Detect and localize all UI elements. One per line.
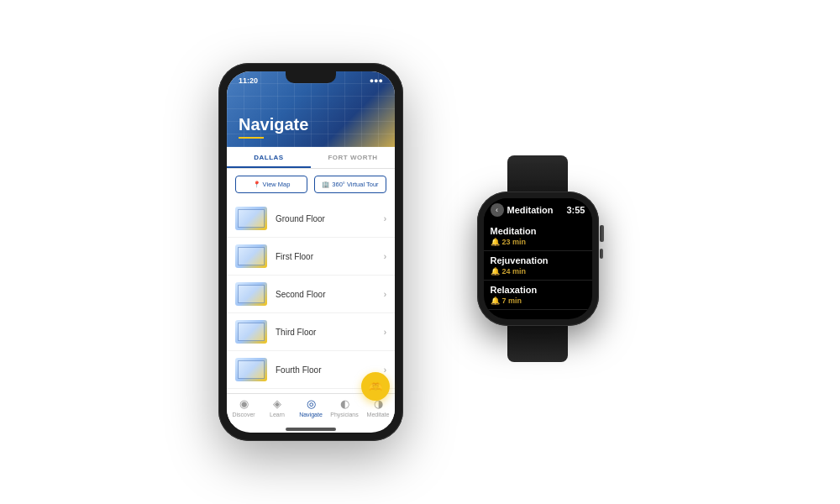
watch-item-sub-rejuvenation: 🔔 24 min <box>491 267 585 276</box>
watch-band-bottom <box>507 324 568 362</box>
chevron-icon-first: › <box>384 252 386 261</box>
rejuvenation-icon: 🔔 <box>491 267 500 276</box>
nav-physicians[interactable]: ◐ Physicians <box>328 397 361 417</box>
watch-title: Meditation <box>507 205 564 215</box>
virtual-tour-button[interactable]: 🏢 360° Virtual Tour <box>314 176 386 193</box>
phone-navigate-title-block: Navigate <box>239 115 308 139</box>
phone-header-image: 11:20 ●●● Navigate <box>227 71 395 147</box>
watch-item-title-relaxation: Relaxation <box>491 285 585 295</box>
nav-label-physicians: Physicians <box>330 412 358 417</box>
tab-fort-worth[interactable]: FORT WORTH <box>311 147 395 168</box>
phone-signal: ●●● <box>370 76 383 85</box>
map-icon: 📍 <box>253 181 260 188</box>
rejuvenation-duration: 24 min <box>502 267 527 276</box>
floor-list: Ground Floor › First Floor › Second Floo… <box>227 200 395 393</box>
discover-icon: ◉ <box>239 397 249 410</box>
nav-label-meditate: Meditate <box>367 412 390 417</box>
title-underline <box>239 137 264 139</box>
watch-back-button[interactable]: ‹ <box>491 203 504 217</box>
chevron-icon-ground: › <box>384 214 386 223</box>
back-icon: ‹ <box>496 206 498 214</box>
relaxation-icon: 🔔 <box>491 297 500 305</box>
floor-thumb-second <box>235 282 267 306</box>
view-map-button[interactable]: 📍 View Map <box>235 176 307 193</box>
nav-navigate[interactable]: ◎ Navigate <box>294 397 328 417</box>
floor-name-ground: Ground Floor <box>276 214 384 223</box>
chevron-icon-second: › <box>384 290 386 299</box>
watch-button <box>600 249 603 259</box>
meditation-icon: 🔔 <box>491 238 500 246</box>
watch: ‹ Meditation 3:55 Meditation 🔔 23 min <box>454 155 622 349</box>
page-title: Navigate <box>239 115 308 134</box>
watch-title-bar: ‹ Meditation 3:55 <box>484 198 592 220</box>
floor-thumb-ground <box>235 207 267 230</box>
phone-screen: 11:20 ●●● Navigate DALLAS FORT WORTH 📍 V… <box>227 71 395 433</box>
floor-item-third[interactable]: Third Floor › <box>227 313 395 351</box>
watch-list-item-meditation[interactable]: Meditation 🔔 23 min <box>484 222 592 251</box>
watch-time: 3:55 <box>566 205 585 215</box>
floor-thumb-first <box>235 244 267 268</box>
city-tab-bar: DALLAS FORT WORTH <box>227 147 395 169</box>
watch-meditation-list: Meditation 🔔 23 min Rejuvenation 🔔 24 mi… <box>484 220 592 319</box>
watch-body: ‹ Meditation 3:55 Meditation 🔔 23 min <box>477 192 599 326</box>
floor-name-third: Third Floor <box>276 328 384 337</box>
navigate-icon: ◎ <box>307 397 316 410</box>
watch-item-title-meditation: Meditation <box>491 226 585 236</box>
watch-crown <box>600 225 604 242</box>
phone-status-bar: 11:20 ●●● <box>227 76 395 85</box>
watch-item-sub-relaxation: 🔔 7 min <box>491 297 585 305</box>
phone: 11:20 ●●● Navigate DALLAS FORT WORTH 📍 V… <box>218 63 403 441</box>
nav-learn[interactable]: ◈ Learn <box>260 397 294 417</box>
watch-item-sub-meditation: 🔔 23 min <box>491 238 585 246</box>
tab-dallas[interactable]: DALLAS <box>227 147 311 168</box>
watch-list-item-relaxation[interactable]: Relaxation 🔔 7 min <box>484 281 592 310</box>
nav-label-navigate: Navigate <box>299 412 323 417</box>
floor-thumb-third <box>235 320 267 344</box>
action-buttons: 📍 View Map 🏢 360° Virtual Tour <box>227 169 395 200</box>
floor-name-first: First Floor <box>276 252 384 261</box>
nav-discover[interactable]: ◉ Discover <box>227 397 260 417</box>
chevron-icon-third: › <box>384 328 386 337</box>
scene: 11:20 ●●● Navigate DALLAS FORT WORTH 📍 V… <box>0 0 840 504</box>
learn-icon: ◈ <box>273 397 281 410</box>
meditation-duration: 23 min <box>502 238 527 246</box>
floor-item-first[interactable]: First Floor › <box>227 238 395 276</box>
chevron-icon-fourth: › <box>384 365 386 375</box>
floor-name-second: Second Floor <box>276 290 384 299</box>
watch-band-top <box>507 155 568 193</box>
home-indicator <box>286 428 336 431</box>
nav-label-learn: Learn <box>270 412 285 417</box>
watch-list-item-rejuvenation[interactable]: Rejuvenation 🔔 24 min <box>484 251 592 281</box>
watch-item-title-rejuvenation: Rejuvenation <box>491 255 585 265</box>
floor-item-ground[interactable]: Ground Floor › <box>227 200 395 238</box>
physicians-icon: ◐ <box>340 397 349 410</box>
floor-item-second[interactable]: Second Floor › <box>227 276 395 313</box>
watch-screen: ‹ Meditation 3:55 Meditation 🔔 23 min <box>484 198 592 319</box>
nav-label-discover: Discover <box>232 412 255 417</box>
floor-name-fourth: Fourth Floor <box>276 365 384 375</box>
phone-time: 11:20 <box>239 76 258 85</box>
tour-icon: 🏢 <box>322 181 329 188</box>
fab-button[interactable]: 🫶 <box>361 372 390 401</box>
fab-icon: 🫶 <box>369 381 382 393</box>
relaxation-duration: 7 min <box>502 297 522 305</box>
floor-thumb-fourth <box>235 358 267 381</box>
